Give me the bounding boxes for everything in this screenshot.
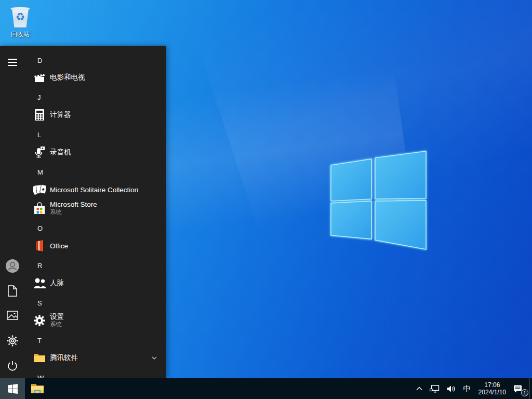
section-letter-M[interactable]: M [25, 166, 166, 178]
app-label: 设置 [50, 313, 64, 321]
app-sublabel: 系统 [50, 321, 64, 328]
section-letter-L[interactable]: L [25, 128, 166, 141]
start-button[interactable] [0, 378, 25, 399]
app-label: Microsoft Store [50, 201, 97, 208]
office-icon [33, 240, 46, 252]
system-tray: 中 17:06 2024/1/10 1 [413, 378, 532, 399]
user-avatar-icon [5, 259, 20, 273]
taskbar: 中 17:06 2024/1/10 1 [0, 378, 532, 399]
section-letter-S[interactable]: S [25, 297, 166, 309]
speaker-icon [447, 385, 456, 393]
notification-badge: 1 [521, 389, 528, 396]
expand-menu-button[interactable] [0, 50, 25, 75]
people-icon [33, 277, 46, 289]
store-icon [33, 202, 46, 215]
start-menu-rail [0, 46, 25, 378]
calculator-icon [33, 109, 46, 121]
folder-icon [33, 352, 46, 364]
clock-time: 17:06 [484, 381, 500, 389]
app-item-voice-recorder[interactable]: 录音机 [25, 143, 166, 162]
app-sublabel: 系统 [50, 208, 97, 216]
solitaire-icon: ♠ [33, 183, 46, 196]
app-item-solitaire[interactable]: ♠ Microsoft Solitaire Collection [25, 180, 166, 199]
section-letter-T[interactable]: T [25, 334, 166, 347]
power-button[interactable] [0, 353, 25, 378]
pictures-button[interactable] [0, 303, 25, 328]
windows-logo-icon [8, 384, 18, 394]
recycle-bin-desktop-icon[interactable]: ♻ 回收站 [5, 4, 35, 39]
documents-icon [8, 285, 17, 297]
pictures-icon [7, 311, 18, 320]
movies-tv-icon [33, 71, 46, 84]
app-group-tencent-software[interactable]: 腾讯软件 [25, 349, 166, 367]
app-item-settings[interactable]: 设置 系统 [25, 309, 166, 332]
ime-indicator[interactable]: 中 [460, 378, 475, 399]
file-explorer-button[interactable] [25, 378, 50, 399]
user-account-button[interactable] [0, 254, 25, 278]
app-item-calculator[interactable]: 计算器 [25, 105, 166, 124]
recycle-bin-label: 回收站 [5, 30, 35, 39]
documents-button[interactable] [0, 278, 25, 303]
recycle-bin-icon: ♻ [9, 4, 32, 29]
settings-icon [7, 335, 18, 347]
settings-button[interactable] [0, 328, 25, 353]
show-desktop-button[interactable] [529, 378, 532, 399]
network-tray-button[interactable] [426, 378, 443, 399]
hamburger-menu-icon [8, 59, 17, 66]
section-letter-R[interactable]: R [25, 259, 166, 272]
voice-recorder-icon [33, 146, 46, 158]
section-letter-J[interactable]: J [25, 91, 166, 103]
section-letter-W[interactable]: W [25, 371, 166, 378]
section-letter-D[interactable]: D [25, 54, 166, 66]
action-center-button[interactable]: 1 [510, 378, 529, 399]
settings-gear-icon [33, 314, 46, 327]
clock-date: 2024/1/10 [478, 389, 506, 396]
power-icon [7, 360, 18, 371]
section-letter-O[interactable]: O [25, 222, 166, 234]
start-menu: D 电影和电视 J 计算器 L [0, 46, 166, 378]
volume-tray-button[interactable] [443, 378, 460, 399]
chevron-up-icon [416, 387, 422, 391]
tray-overflow-button[interactable] [413, 378, 426, 399]
start-menu-app-list: D 电影和电视 J 计算器 L [25, 46, 166, 378]
chevron-down-icon [152, 355, 157, 361]
network-icon [430, 385, 440, 393]
app-item-microsoft-store[interactable]: Microsoft Store 系统 [25, 197, 166, 220]
app-item-movies-tv[interactable]: 电影和电视 [25, 68, 166, 87]
file-explorer-icon [31, 383, 44, 394]
app-item-people[interactable]: 人脉 [25, 274, 166, 292]
taskbar-clock[interactable]: 17:06 2024/1/10 [475, 378, 510, 399]
app-item-office[interactable]: Office [25, 236, 166, 255]
